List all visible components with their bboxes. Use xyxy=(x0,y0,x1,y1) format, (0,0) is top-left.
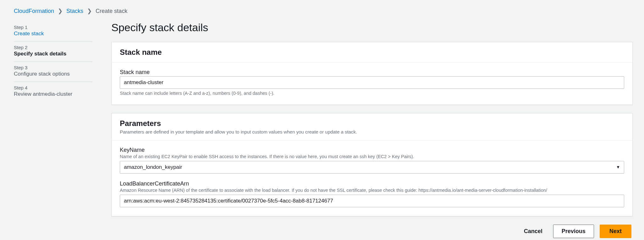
wizard-step-1[interactable]: Step 1 Create stack xyxy=(14,21,92,42)
lb-cert-arn-label: LoadBalancerCertificateArn xyxy=(120,180,624,187)
wizard-step-2[interactable]: Step 2 Specify stack details xyxy=(14,42,92,62)
breadcrumb-current: Create stack xyxy=(96,8,127,14)
lb-cert-arn-helptext: Amazon Resource Name (ARN) of the certif… xyxy=(120,188,624,193)
lb-cert-arn-input[interactable] xyxy=(120,195,624,207)
page-title: Specify stack details xyxy=(111,21,633,34)
parameters-heading: Parameters xyxy=(120,119,624,128)
parameters-description: Parameters are defined in your template … xyxy=(120,129,624,134)
wizard-steps-sidebar: Step 1 Create stack Step 2 Specify stack… xyxy=(14,21,92,102)
next-button[interactable]: Next xyxy=(600,225,631,238)
wizard-step-num: Step 2 xyxy=(14,45,92,50)
wizard-step-title: Specify stack details xyxy=(14,51,92,57)
wizard-step-num: Step 4 xyxy=(14,85,92,90)
keyname-select[interactable]: amazon_london_keypair ▼ xyxy=(120,161,624,174)
breadcrumb-cloudformation[interactable]: CloudFormation xyxy=(14,8,54,14)
chevron-right-icon: ❯ xyxy=(58,8,63,14)
keyname-select-value: amazon_london_keypair xyxy=(124,164,612,171)
wizard-step-4: Step 4 Review antmedia-cluster xyxy=(14,82,92,102)
wizard-step-num: Step 3 xyxy=(14,65,92,70)
stack-name-heading: Stack name xyxy=(120,48,624,57)
wizard-footer-actions: Cancel Previous Next xyxy=(111,225,633,238)
main-content: Specify stack details Stack name Stack n… xyxy=(111,21,633,238)
wizard-step-3: Step 3 Configure stack options xyxy=(14,62,92,82)
wizard-step-title: Configure stack options xyxy=(14,71,92,77)
keyname-label: KeyName xyxy=(120,147,624,153)
stack-name-panel: Stack name Stack name Stack name can inc… xyxy=(111,42,633,105)
previous-button[interactable]: Previous xyxy=(553,225,594,238)
wizard-step-num: Step 1 xyxy=(14,25,92,30)
chevron-right-icon: ❯ xyxy=(87,8,92,14)
breadcrumb-stacks[interactable]: Stacks xyxy=(66,8,83,14)
caret-down-icon: ▼ xyxy=(616,165,620,170)
stack-name-input[interactable] xyxy=(120,76,624,89)
keyname-helptext: Name of an existing EC2 KeyPair to enabl… xyxy=(120,154,624,159)
breadcrumb: CloudFormation ❯ Stacks ❯ Create stack xyxy=(14,8,633,14)
stack-name-label: Stack name xyxy=(120,69,624,76)
parameters-panel: Parameters Parameters are defined in you… xyxy=(111,113,633,216)
stack-name-hint: Stack name can include letters (A-Z and … xyxy=(120,91,624,96)
wizard-step-title: Create stack xyxy=(14,31,92,37)
cancel-button[interactable]: Cancel xyxy=(519,225,547,238)
wizard-step-title: Review antmedia-cluster xyxy=(14,91,92,97)
